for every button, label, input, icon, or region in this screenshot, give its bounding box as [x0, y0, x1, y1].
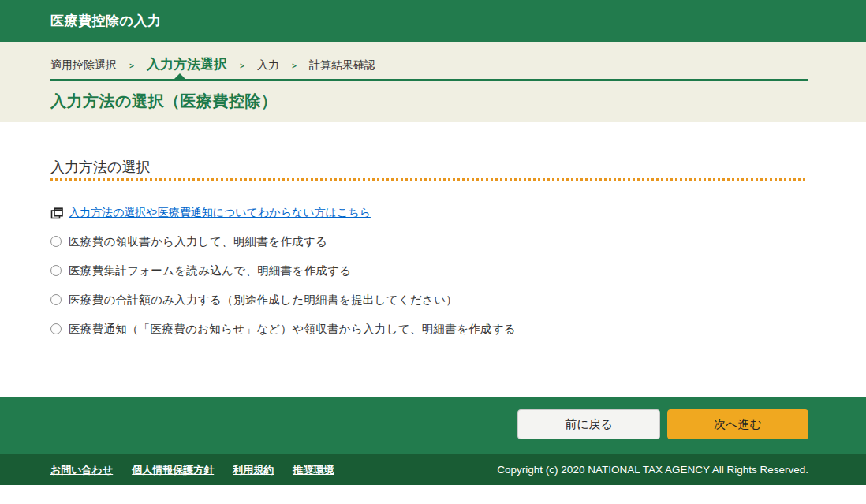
footer-link-recommended-env[interactable]: 推奨環境 — [293, 463, 334, 477]
breadcrumb-band: 適用控除選択 ＞ 入力方法選択 ＞ 入力 ＞ 計算結果確認 入力方法の選択（医療… — [0, 42, 866, 122]
option-total-amount-only[interactable]: 医療費の合計額のみ入力する（別途作成した明細書を提出してください） — [50, 292, 516, 308]
footer: お問い合わせ 個人情報保護方針 利用規約 推奨環境 Copyright (c) … — [0, 454, 866, 485]
page-title: 入力方法の選択（医療費控除） — [50, 91, 277, 112]
breadcrumb: 適用控除選択 ＞ 入力方法選択 ＞ 入力 ＞ 計算結果確認 — [50, 55, 375, 73]
option-summary-form-import[interactable]: 医療費集計フォームを読み込んで、明細書を作成する — [50, 263, 516, 278]
option-label[interactable]: 医療費通知（「医療費のお知らせ」など）や領収書から入力して、明細書を作成する — [69, 322, 516, 337]
option-label[interactable]: 医療費の領収書から入力して、明細書を作成する — [69, 234, 327, 249]
footer-link-contact[interactable]: お問い合わせ — [50, 463, 113, 477]
breadcrumb-step-result-confirm: 計算結果確認 — [309, 58, 375, 73]
chevron-right-icon: ＞ — [128, 59, 136, 73]
action-bar: 前に戻る 次へ進む — [0, 397, 866, 454]
option-receipts-input[interactable]: 医療費の領収書から入力して、明細書を作成する — [50, 233, 516, 249]
bottom-margin — [0, 485, 866, 504]
breadcrumb-step-input: 入力 — [257, 58, 279, 73]
back-button[interactable]: 前に戻る — [517, 409, 660, 439]
current-step-caret-icon — [174, 73, 185, 79]
footer-link-terms[interactable]: 利用規約 — [233, 463, 274, 477]
footer-links: お問い合わせ 個人情報保護方針 利用規約 推奨環境 — [50, 463, 334, 477]
radio-button-icon[interactable] — [50, 294, 62, 305]
copyright-text: Copyright (c) 2020 NATIONAL TAX AGENCY A… — [497, 464, 808, 476]
section-heading: 入力方法の選択 — [50, 158, 150, 177]
radio-button-icon[interactable] — [50, 236, 62, 247]
external-window-icon — [50, 207, 63, 219]
breadcrumb-step-applicable-deduction: 適用控除選択 — [50, 58, 117, 73]
radio-button-icon[interactable] — [50, 265, 62, 276]
next-button[interactable]: 次へ進む — [667, 409, 808, 439]
chevron-right-icon: ＞ — [290, 59, 298, 73]
option-label[interactable]: 医療費集計フォームを読み込んで、明細書を作成する — [69, 263, 352, 278]
input-method-options: 医療費の領収書から入力して、明細書を作成する 医療費集計フォームを読み込んで、明… — [50, 233, 516, 350]
app-header: 医療費控除の入力 — [0, 0, 866, 42]
footer-link-privacy-policy[interactable]: 個人情報保護方針 — [132, 463, 214, 477]
breadcrumb-divider — [50, 79, 808, 81]
breadcrumb-step-input-method-current: 入力方法選択 — [147, 55, 227, 73]
main-content: 入力方法の選択 入力方法の選択や医療費通知についてわからない方はこちら 医療費の… — [0, 122, 866, 397]
radio-button-icon[interactable] — [50, 323, 62, 334]
section-divider — [50, 178, 808, 181]
option-label[interactable]: 医療費の合計額のみ入力する（別途作成した明細書を提出してください） — [69, 293, 457, 308]
help-link[interactable]: 入力方法の選択や医療費通知についてわからない方はこちら — [69, 206, 371, 220]
app-title: 医療費控除の入力 — [50, 12, 161, 30]
help-link-row: 入力方法の選択や医療費通知についてわからない方はこちら — [50, 206, 371, 220]
chevron-right-icon: ＞ — [238, 59, 246, 73]
option-medical-notice[interactable]: 医療費通知（「医療費のお知らせ」など）や領収書から入力して、明細書を作成する — [50, 321, 516, 337]
